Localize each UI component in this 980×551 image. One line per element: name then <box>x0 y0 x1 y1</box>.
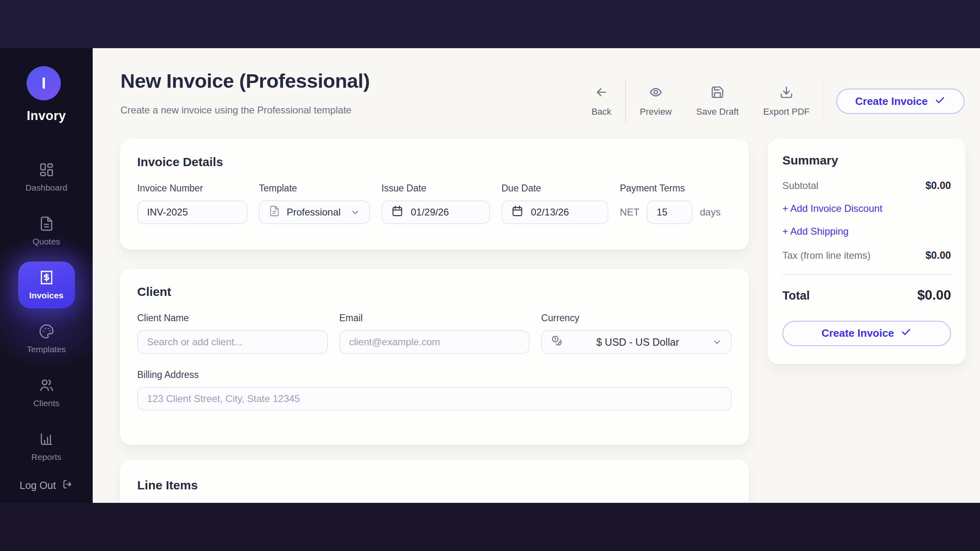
client-heading: Client <box>137 285 732 299</box>
due-date-picker[interactable]: 02/13/26 <box>501 200 608 224</box>
template-select[interactable]: Professional <box>259 200 370 224</box>
sidebar: I Invory Dashboard Quotes <box>0 48 93 503</box>
billing-address-label: Billing Address <box>137 369 732 380</box>
calendar-icon <box>511 205 523 220</box>
total-row: Total $0.00 <box>782 287 951 303</box>
client-name-label: Client Name <box>137 313 328 324</box>
chevron-down-icon <box>350 207 360 217</box>
tax-label: Tax (from line items) <box>782 250 871 261</box>
invoice-number-input[interactable] <box>137 200 247 224</box>
summary-heading: Summary <box>782 153 951 167</box>
summary-divider <box>782 274 951 275</box>
billing-address-input[interactable] <box>137 387 732 411</box>
client-card: Client Client Name Email Currency <box>120 269 749 445</box>
sidebar-item-clients[interactable]: Clients <box>0 366 93 420</box>
logout-icon <box>62 479 73 492</box>
layout-dashboard-icon <box>39 162 54 179</box>
calendar-icon <box>391 205 403 220</box>
subtotal-value: $0.00 <box>925 180 951 191</box>
eye-icon <box>649 85 663 102</box>
sidebar-item-invoices[interactable]: Invoices <box>0 258 93 312</box>
sidebar-item-label: Invoices <box>29 291 63 300</box>
create-invoice-button-header[interactable]: Create Invoice <box>836 89 964 114</box>
back-button[interactable]: Back <box>591 85 611 117</box>
app-canvas: I Invory Dashboard Quotes <box>0 0 980 551</box>
header-actions: Back Preview Save Draft <box>579 78 964 124</box>
save-icon <box>710 85 724 102</box>
email-field: Email <box>339 313 530 354</box>
brand-logo-letter: I <box>42 75 46 92</box>
file-text-icon <box>269 205 280 219</box>
actions-divider <box>625 78 626 124</box>
create-invoice-label: Create Invoice <box>855 95 928 108</box>
payment-terms-field: Payment Terms NET days <box>620 183 721 224</box>
template-label: Template <box>259 183 370 194</box>
bar-chart-icon <box>39 431 54 449</box>
due-date-field: Due Date 02/13/26 <box>501 183 608 224</box>
issue-date-picker[interactable]: 01/29/26 <box>381 200 490 224</box>
coins-icon <box>551 335 563 349</box>
payment-terms-suffix: days <box>700 207 721 218</box>
sidebar-item-label: Quotes <box>33 237 60 247</box>
payment-terms-group: NET days <box>620 200 721 224</box>
users-icon <box>39 378 54 395</box>
back-label: Back <box>591 107 611 117</box>
currency-select[interactable]: $ USD - US Dollar <box>541 330 732 354</box>
currency-value: $ USD - US Dollar <box>563 336 712 348</box>
preview-button[interactable]: Preview <box>640 85 672 117</box>
issue-date-field: Issue Date 01/29/26 <box>381 183 490 224</box>
payment-terms-prefix: NET <box>620 207 639 218</box>
client-name-input[interactable] <box>137 330 328 354</box>
client-name-field: Client Name <box>137 313 328 354</box>
sidebar-item-label: Dashboard <box>25 183 67 193</box>
page-title: New Invoice (Professional) <box>120 69 370 92</box>
tax-value: $0.00 <box>925 249 951 261</box>
logout-label: Log Out <box>20 480 56 491</box>
logout-button[interactable]: Log Out <box>0 479 93 492</box>
currency-field: Currency $ USD - US Dollar <box>541 313 732 354</box>
sidebar-item-label: Reports <box>31 452 62 462</box>
download-icon <box>780 85 793 102</box>
total-value: $0.00 <box>917 287 951 303</box>
template-value: Professional <box>287 207 341 218</box>
save-draft-button[interactable]: Save Draft <box>696 85 739 117</box>
invoice-details-heading: Invoice Details <box>137 155 732 169</box>
email-input[interactable] <box>339 330 530 354</box>
check-icon <box>934 94 946 109</box>
sidebar-item-quotes[interactable]: Quotes <box>0 204 93 258</box>
arrow-left-icon <box>595 85 608 102</box>
summary-card: Summary Subtotal $0.00 + Add Invoice Dis… <box>768 139 966 364</box>
brand-name: Invory <box>0 109 93 123</box>
sidebar-item-templates[interactable]: Templates <box>0 312 93 366</box>
create-invoice-label: Create Invoice <box>822 327 894 340</box>
payment-terms-input[interactable] <box>647 200 693 224</box>
save-draft-label: Save Draft <box>696 107 739 117</box>
invoice-details-card: Invoice Details Invoice Number Template … <box>120 139 749 250</box>
payment-terms-label: Payment Terms <box>620 183 721 194</box>
issue-date-label: Issue Date <box>381 183 490 194</box>
receipt-dollar-icon <box>39 270 54 287</box>
add-invoice-discount-link[interactable]: + Add Invoice Discount <box>782 203 951 214</box>
due-date-label: Due Date <box>501 183 608 194</box>
template-field: Template Professional <box>259 183 370 224</box>
sidebar-item-label: Templates <box>27 344 66 354</box>
email-label: Email <box>339 313 530 324</box>
invoice-number-field: Invoice Number <box>137 183 247 224</box>
sidebar-item-invoices-active-pill: Invoices <box>18 262 75 308</box>
create-invoice-button-summary[interactable]: Create Invoice <box>782 321 951 346</box>
sidebar-item-reports[interactable]: Reports <box>0 420 93 473</box>
palette-icon <box>39 324 54 341</box>
actions-divider <box>824 78 824 124</box>
export-pdf-button[interactable]: Export PDF <box>763 85 810 117</box>
due-date-value: 02/13/26 <box>531 207 569 218</box>
page-subtitle: Create a new invoice using the Professio… <box>120 104 352 116</box>
main-content: New Invoice (Professional) Create a new … <box>93 48 980 503</box>
sidebar-nav: Dashboard Quotes Invoices <box>0 150 93 473</box>
preview-label: Preview <box>640 107 672 117</box>
line-items-heading: Line Items <box>137 478 732 492</box>
chevron-down-icon <box>712 337 722 347</box>
add-shipping-link[interactable]: + Add Shipping <box>782 226 951 237</box>
invoice-number-label: Invoice Number <box>137 183 247 194</box>
sidebar-item-dashboard[interactable]: Dashboard <box>0 150 93 204</box>
issue-date-value: 01/29/26 <box>411 207 449 218</box>
